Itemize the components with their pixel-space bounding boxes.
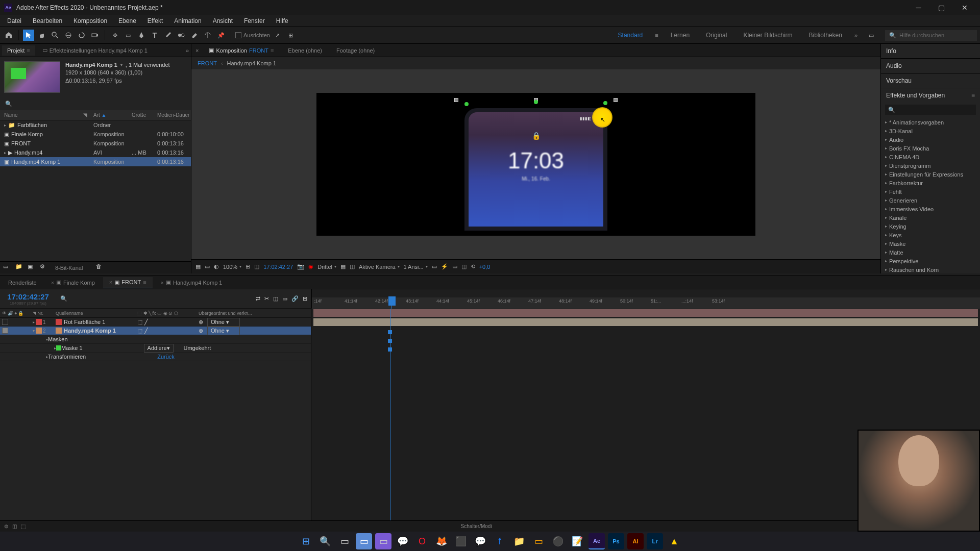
effect-category[interactable]: ▸ Kanäle [881,213,980,222]
new-comp-button[interactable]: ▣ [28,263,37,272]
effect-category[interactable]: ▸ Einstellungen für Expressions [881,170,980,179]
taskbar-app3[interactable]: ▭ [530,533,547,549]
flowchart-button[interactable]: ◫ [461,263,467,270]
views-select[interactable]: 1 Ansi... ▾ [404,264,428,270]
tab-finale-komp[interactable]: × ▣ Finale Komp [45,277,101,288]
asset-dropdown[interactable]: ▼ [119,62,124,68]
canvas[interactable]: ▮▮▮◧ ▮ 🔒 17:03 Mi., 16. Feb. ↖ [316,93,755,236]
panel-info[interactable]: Info [881,44,980,58]
parent-dropdown[interactable]: Ohne ▾ [207,327,240,335]
viewer-tab-komposition[interactable]: ▣ Komposition FRONT ≡ [205,45,278,56]
tl-ctrl-3[interactable]: ◫ [273,295,278,302]
taskbar-taskview[interactable]: ▭ [336,533,353,549]
effects-search[interactable]: 🔍 [885,105,976,115]
mask-mode-dropdown[interactable]: Addiere▾ [144,344,174,353]
panel-vorschau[interactable]: Vorschau [881,73,980,88]
list-item[interactable]: ▣ Finale Komp Komposition 0:00:10:00 [0,130,191,139]
tl-ctrl-2[interactable]: ✂ [264,295,269,302]
tab-handy-komp[interactable]: × ▣ Handy.mp4 Komp 1 [155,277,229,288]
home-tool[interactable] [3,30,14,41]
effect-category[interactable]: ▸ Maske [881,239,980,248]
comp-path-handy[interactable]: Handy.mp4 Komp 1 [227,60,276,66]
tl-footer-btn[interactable]: ◫ [12,523,17,529]
brush-tool[interactable] [162,30,174,41]
taskbar-folder[interactable]: 📁 [511,533,527,549]
playhead[interactable] [388,296,396,306]
camera-tool[interactable] [89,30,101,41]
effect-category[interactable]: ▸ Keys [881,231,980,239]
workspace-standard[interactable]: Standard [614,30,647,41]
taskbar-opera[interactable]: O [414,533,430,549]
effect-category[interactable]: ▸ Matte [881,248,980,257]
region-button[interactable]: ◐ [214,263,219,270]
viewer-tab-ebene[interactable]: Ebene (ohne) [284,45,326,56]
reset-link[interactable]: Zurück [157,354,175,360]
panel-effekte[interactable]: Effekte und Vorgaben ≡ [881,88,980,103]
effect-category[interactable]: ▸ Immersives Video [881,205,980,213]
snap-tool[interactable]: ↗ [272,30,283,41]
taskbar-explorer[interactable]: ▭ [356,533,372,549]
timeline-layer[interactable]: ▾2 Handy.mp4 Komp 1 ⬚ ╱ ⊚ Ohne ▾ [0,327,311,335]
pixel-aspect-button[interactable]: ▭ [432,263,437,270]
col-type[interactable]: Art ▲ [93,112,132,118]
bitdepth-label[interactable]: 8-Bit-Kanal [55,265,83,271]
taskbar-illustrator[interactable]: Ai [627,533,644,549]
masks-group[interactable]: ▾ Masken [0,335,311,344]
rotation-tool[interactable] [76,30,87,41]
col-duration[interactable]: Medien-Dauer [157,112,193,118]
workspace-lernen[interactable]: Lernen [667,30,694,41]
transparency-button[interactable]: ▦ [340,263,346,270]
zoom-select[interactable]: 100% ▾ [223,264,241,270]
timeline-button[interactable]: ▭ [452,263,457,270]
transform-group[interactable]: ▸ Transformieren Zurück [0,353,311,361]
new-folder-button[interactable]: 📁 [15,263,24,272]
tl-footer-btn[interactable]: ⊚ [4,523,8,529]
channel-button[interactable]: ◉ [308,263,313,270]
minimize-button[interactable]: ─ [907,0,930,15]
viewer-tab-footage[interactable]: Footage (ohne) [332,45,379,56]
exposure-value[interactable]: +0,0 [479,264,491,270]
tl-ctrl-6[interactable]: ⊞ [303,295,307,302]
align-checkbox[interactable] [235,32,241,38]
effect-category[interactable]: ▸ Perspektive [881,257,980,265]
menu-datei[interactable]: Datei [2,16,27,26]
text-tool[interactable]: T [149,30,160,41]
timeline-timecode[interactable]: 17:02:42:27 [7,292,49,301]
track-bar[interactable] [313,309,978,317]
asset-thumbnail[interactable] [4,61,60,93]
pen-tool[interactable] [136,30,147,41]
workspace-original[interactable]: Original [702,30,731,41]
effect-category[interactable]: ▸ 3D-Kanal [881,127,980,135]
effect-category[interactable]: ▸ CINEMA 4D [881,153,980,161]
tab-projekt[interactable]: Projekt ≡ [2,45,35,56]
anchor-tool[interactable]: ✥ [109,30,120,41]
effect-category[interactable]: ▸ Fehlt [881,187,980,196]
fast-preview-button[interactable]: ⚡ [441,263,448,270]
3d-button[interactable]: ◫ [350,263,355,270]
workspace-bibliotheken[interactable]: Bibliotheken [804,30,846,41]
tab-renderliste[interactable]: Renderliste [2,278,43,288]
effect-category[interactable]: ▸ Farbkorrektur [881,179,980,187]
menu-komposition[interactable]: Komposition [68,16,112,26]
menu-bearbeiten[interactable]: Bearbeiten [28,16,67,26]
eraser-tool[interactable] [189,30,200,41]
tl-ctrl-1[interactable]: ⇄ [256,295,260,302]
help-search[interactable]: 🔍 Hilfe durchsuchen [885,30,977,41]
effect-category[interactable]: ▸ Dienstprogramm [881,161,980,170]
tl-footer-btn[interactable]: ⬚ [21,523,26,529]
menu-fenster[interactable]: Fenster [239,16,270,26]
start-button[interactable]: ⊞ [298,533,314,549]
alpha-button[interactable]: ▦ [195,263,201,270]
taskbar-aftereffects[interactable]: Ae [589,533,605,549]
taskbar-facebook[interactable]: f [492,533,508,549]
list-item[interactable]: ▣ FRONT Komposition 0:00:13:16 [0,139,191,148]
taskbar-firefox[interactable]: 🦊 [433,533,450,549]
clone-tool[interactable] [176,30,187,41]
mask-toggle[interactable]: ▭ [205,263,210,270]
exposure-reset[interactable]: ⟲ [471,263,475,270]
switches-modes-label[interactable]: Schalter/Modi [30,523,923,529]
guide-button[interactable]: ◫ [254,263,259,270]
workspace-switcher[interactable]: ▭ [866,30,877,41]
taskbar-app[interactable]: ▭ [375,533,391,549]
taskbar-photoshop[interactable]: Ps [608,533,624,549]
